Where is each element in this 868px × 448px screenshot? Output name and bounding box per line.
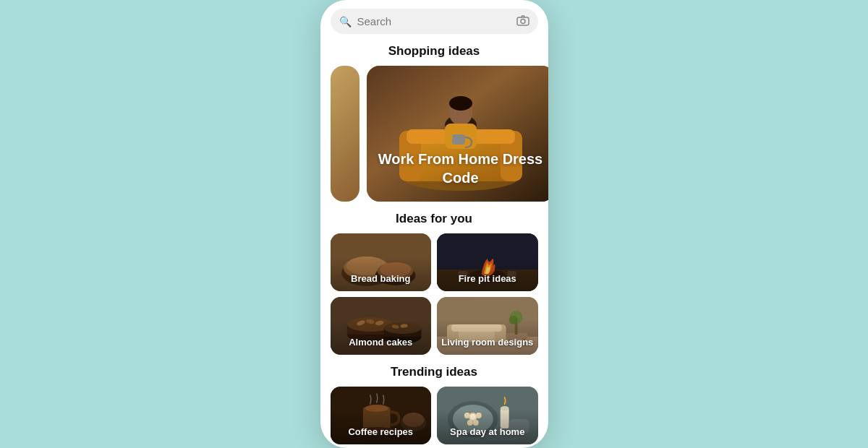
idea-card-firepit-label: Fire pit ideas — [437, 233, 538, 291]
idea-card-almond-label: Almond cakes — [331, 297, 432, 355]
trending-card-spa[interactable]: Spa day at home — [437, 387, 538, 444]
shopping-card-label: Work From Home Dress Code — [367, 150, 548, 187]
ideas-grid: Bread baking — [320, 233, 548, 355]
scroll-content[interactable]: 🔍 Shopping ideas — [320, 0, 548, 448]
svg-point-10 — [449, 96, 472, 111]
search-bar[interactable]: 🔍 — [331, 9, 538, 34]
trending-grid: Coffee recipes — [320, 387, 548, 444]
idea-card-fire-pit[interactable]: Fire pit ideas — [437, 233, 538, 291]
camera-icon[interactable] — [516, 14, 529, 28]
ideas-for-you-title: Ideas for you — [320, 212, 548, 226]
idea-card-livingroom-label: Living room designs — [437, 297, 538, 355]
idea-card-almond-cakes[interactable]: Almond cakes — [331, 297, 432, 355]
shopping-card-main[interactable]: Work From Home Dress Code — [367, 66, 548, 202]
carousel-side-left — [331, 66, 359, 202]
phone-container: 🔍 Shopping ideas — [320, 0, 548, 448]
trending-ideas-title: Trending ideas — [320, 365, 548, 379]
shopping-ideas-title: Shopping ideas — [320, 44, 548, 59]
trending-card-coffee[interactable]: Coffee recipes — [331, 387, 432, 444]
idea-card-bread-baking[interactable]: Bread baking — [331, 233, 432, 291]
idea-card-bread-label: Bread baking — [331, 233, 432, 291]
idea-card-living-room[interactable]: Living room designs — [437, 297, 538, 355]
trending-card-coffee-label: Coffee recipes — [331, 387, 432, 444]
trending-card-spa-label: Spa day at home — [437, 387, 538, 444]
svg-rect-0 — [517, 17, 529, 25]
search-icon: 🔍 — [339, 16, 352, 27]
shopping-carousel[interactable]: Work From Home Dress Code — [320, 66, 548, 202]
search-input[interactable] — [357, 15, 511, 27]
svg-rect-12 — [452, 134, 465, 145]
svg-point-1 — [521, 20, 525, 24]
